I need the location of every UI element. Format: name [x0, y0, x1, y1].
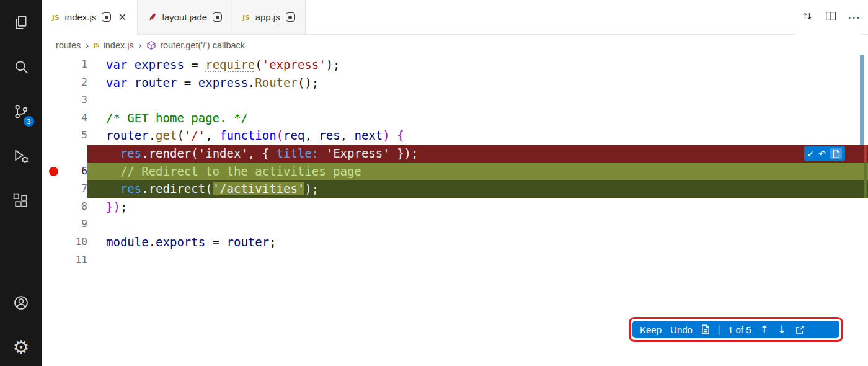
- inline-diff-toolbar: ✓ ↶: [804, 146, 845, 161]
- discard-change-button[interactable]: ↶: [818, 150, 826, 158]
- gutter-glyph-margin[interactable]: [42, 145, 65, 163]
- split-editor-icon[interactable]: [824, 9, 838, 25]
- sidebar-item-settings[interactable]: ⚙: [0, 336, 42, 359]
- js-file-icon: JS: [94, 42, 100, 48]
- symbol-method-icon: [146, 40, 156, 50]
- modified-badge-icon[interactable]: [213, 12, 222, 22]
- line-number: 9: [65, 215, 87, 233]
- code-line: 7 res.redirect('/activities');: [42, 180, 868, 198]
- breadcrumb-item-routes[interactable]: routes: [56, 40, 81, 50]
- tab-index-js[interactable]: JS index.js ×: [42, 0, 138, 35]
- close-icon[interactable]: ×: [118, 12, 126, 22]
- line-number: 10: [65, 233, 87, 251]
- tab-label: app.js: [255, 12, 280, 22]
- annotation-highlight: Keep Undo | 1 of 5 ↑ ↓: [629, 317, 843, 342]
- open-file-button[interactable]: [795, 324, 805, 335]
- code-line-content[interactable]: [87, 91, 868, 109]
- sidebar-item-search[interactable]: [0, 57, 42, 79]
- gutter-glyph-margin[interactable]: [42, 56, 65, 74]
- sidebar-item-accounts[interactable]: [0, 293, 42, 315]
- line-number: 3: [65, 91, 87, 109]
- tab-layout-jade[interactable]: layout.jade: [138, 0, 233, 35]
- gutter-glyph-margin[interactable]: [42, 233, 65, 251]
- changed-file-icon[interactable]: [701, 324, 710, 334]
- tab-app-js[interactable]: JS app.js: [232, 0, 306, 35]
- change-counter: 1 of 5: [728, 324, 751, 335]
- run-debug-icon: [12, 148, 30, 167]
- gutter-glyph-margin[interactable]: [42, 215, 65, 233]
- js-file-icon: JS: [52, 14, 59, 21]
- next-change-button[interactable]: ↓: [777, 324, 786, 335]
- js-file-icon: JS: [242, 14, 249, 21]
- tab-label: index.js: [64, 12, 96, 22]
- breadcrumb-item-symbol[interactable]: router.get('/') callback: [160, 40, 245, 50]
- sidebar-item-extensions[interactable]: [0, 191, 42, 213]
- gutter-glyph-margin[interactable]: [42, 163, 65, 181]
- gutter-glyph-margin[interactable]: [42, 198, 65, 216]
- gutter-glyph-margin[interactable]: [42, 180, 65, 198]
- line-number: 8: [65, 198, 87, 216]
- copilot-edits-toolbar: Keep Undo | 1 of 5 ↑ ↓: [632, 321, 839, 338]
- sidebar-item-run-debug[interactable]: [0, 146, 42, 169]
- code-line-content[interactable]: });: [87, 198, 868, 216]
- code-line: 5router.get('/', function(req, res, next…: [42, 127, 868, 145]
- line-number: 7: [65, 180, 87, 198]
- code-line-content[interactable]: [87, 251, 868, 269]
- line-number: 6: [65, 163, 87, 181]
- code-line-content[interactable]: [87, 215, 868, 233]
- chevron-right-icon: ›: [84, 40, 89, 51]
- breakpoint-icon[interactable]: [49, 167, 58, 176]
- tab-label: layout.jade: [162, 12, 208, 22]
- modified-badge-icon[interactable]: [286, 12, 295, 22]
- more-actions-icon[interactable]: ⋯: [848, 11, 861, 24]
- code-line: 11: [42, 251, 868, 269]
- activity-bar: 3 ⚙: [0, 0, 42, 366]
- line-number: 1: [65, 56, 87, 74]
- chevron-right-icon: ›: [138, 40, 143, 51]
- line-number: 4: [65, 109, 87, 127]
- view-file-button[interactable]: [830, 148, 842, 159]
- code-line-content[interactable]: /* GET home page. */: [87, 109, 868, 127]
- gutter-glyph-margin[interactable]: [42, 74, 65, 92]
- previous-change-button[interactable]: ↑: [760, 324, 769, 335]
- breadcrumb-item-file[interactable]: index.js: [104, 40, 134, 50]
- code-line-content[interactable]: res.redirect('/activities');: [87, 180, 868, 198]
- code-lines: 1var express = require('express');2var r…: [42, 56, 868, 269]
- sidebar-item-source-control[interactable]: 3: [0, 102, 42, 124]
- line-number: 11: [65, 251, 87, 269]
- source-control-badge: 3: [24, 116, 34, 127]
- open-changes-icon[interactable]: [800, 9, 814, 25]
- code-line-content[interactable]: res.render('index', { title: 'Express' }…: [87, 145, 868, 163]
- gutter-glyph-margin[interactable]: [42, 109, 65, 127]
- code-line-content[interactable]: var router = express.Router();: [87, 74, 868, 92]
- gear-icon: ⚙: [13, 338, 30, 357]
- line-number: 5: [65, 127, 87, 145]
- overview-ruler-deleted-mark: [864, 145, 867, 163]
- code-line: 3: [42, 91, 868, 109]
- code-line: 9: [42, 215, 868, 233]
- code-line: 10module.exports = router;: [42, 233, 868, 251]
- breadcrumb: routes › JS index.js › router.get('/') c…: [42, 35, 868, 56]
- scrollbar-thumb[interactable]: [860, 55, 864, 145]
- gutter-glyph-margin[interactable]: [42, 127, 65, 145]
- gutter-glyph-margin[interactable]: [42, 91, 65, 109]
- line-number: [65, 145, 87, 163]
- undo-button[interactable]: Undo: [670, 324, 693, 335]
- sidebar-item-explorer[interactable]: [0, 12, 42, 35]
- code-line-content[interactable]: module.exports = router;: [87, 233, 868, 251]
- search-icon: [12, 58, 30, 78]
- keep-button[interactable]: Keep: [640, 324, 662, 335]
- code-line-content[interactable]: // Redirect to the activities page: [87, 163, 868, 181]
- accept-change-button[interactable]: ✓: [807, 150, 815, 158]
- code-line: 1var express = require('express');: [42, 56, 868, 74]
- tab-bar-empty-space: [306, 0, 868, 35]
- code-line-content[interactable]: var express = require('express');: [87, 56, 868, 74]
- code-line: 2var router = express.Router();: [42, 74, 868, 92]
- extensions-icon: [12, 192, 30, 212]
- code-line: 6 // Redirect to the activities page: [42, 163, 868, 181]
- code-line-content[interactable]: router.get('/', function(req, res, next)…: [87, 127, 868, 145]
- account-icon: [12, 294, 30, 314]
- modified-badge-icon[interactable]: [102, 12, 111, 22]
- gutter-glyph-margin[interactable]: [42, 251, 65, 269]
- jade-file-icon: [148, 12, 157, 22]
